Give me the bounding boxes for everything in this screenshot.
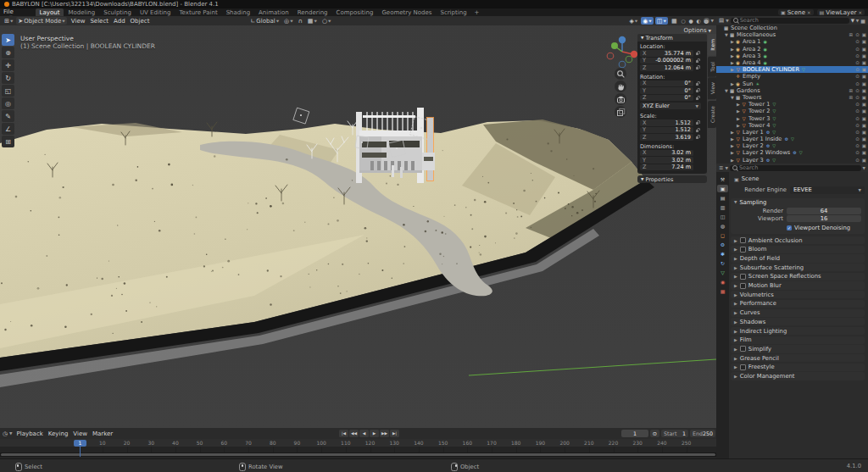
overlays-toggle[interactable]: ◉▼ [641,17,654,25]
workspace-tab-geometry-nodes[interactable]: Geometry Nodes [377,8,436,16]
add-workspace-button[interactable]: + [471,8,483,16]
workspace-tab-shading[interactable]: Shading [222,8,254,16]
transform-pan el-header[interactable]: ▼ Transform [637,34,707,42]
render-camera-icon[interactable]: ▣ [862,39,866,44]
physics-properties-tab[interactable]: ↻ [717,259,728,267]
scene-properties-tab[interactable]: ◫ [717,213,728,220]
render-camera-icon[interactable]: ▣ [862,60,866,65]
section-checkbox[interactable] [740,346,746,352]
sidebar-tab-item[interactable]: Item [708,34,716,56]
output-properties-tab[interactable]: ▤ [717,194,728,202]
outliner-item-layer-2-windows[interactable]: ▶▽Layer 2 Windows⚙▽⊙▣ [716,149,868,156]
outliner-item-layer-1[interactable]: ▶▽Layer 1⚙▽⊙▣ [716,129,868,136]
scrollbar-thumb[interactable] [1,453,715,456]
particles-properties-tab[interactable]: ✱ [717,250,728,258]
section-ambient-occlusion[interactable]: ▶Ambient Occlusion [731,236,865,244]
render-camera-icon[interactable]: ▣ [862,67,866,72]
transform-tool-button[interactable]: ◎ [2,97,14,109]
rotation-y-field[interactable]: Y0° [640,87,693,94]
render-camera-icon[interactable]: ▣ [862,32,866,37]
playhead-frame-badge[interactable]: 1 [74,440,86,447]
exclude-checkbox-icon[interactable]: ⊞ [849,88,854,93]
outliner-search-input[interactable]: Search [731,18,849,24]
sidebar-tab-create[interactable]: Create [708,101,716,128]
render-engine-dropdown[interactable]: EEVEE ▼ [790,186,865,194]
scale-z-field[interactable]: Z3.619 [640,134,693,141]
timeline-editor-icon[interactable]: ◷ [3,430,8,437]
hide-eye-icon[interactable]: ⊙ [855,143,860,148]
hide-eye-icon[interactable]: ⊙ [855,95,860,100]
hide-eye-icon[interactable]: ⊙ [855,47,860,52]
rotation-mode-dropdown[interactable]: XYZ Euler▼ [640,103,701,109]
hide-eye-icon[interactable]: ⊙ [855,150,860,155]
world-properties-tab[interactable]: ◍ [717,222,728,230]
render-camera-icon[interactable]: ▣ [862,47,866,52]
properties-filter-dropdown[interactable]: ▼ [863,166,865,170]
viewport-3d[interactable]: ⊞▼ ➤ Object Mode ▼ ViewSelectAddObject ∟… [0,16,716,428]
render-camera-icon[interactable]: ▣ [862,102,866,107]
snap-toggle[interactable]: ∩ [297,17,304,25]
viewport-menu-add[interactable]: Add [111,18,128,25]
outliner-item-gardens[interactable]: ▼▦Gardens⊞⊙▣ [716,87,868,94]
section-motion-blur[interactable]: ▶Motion Blur [731,281,865,289]
section-grease-pencil[interactable]: ▶Grease Pencil [731,354,865,362]
hide-eye-icon[interactable]: ⊙ [855,158,860,163]
location-z-field[interactable]: Z12.064 m [640,64,693,71]
lock-icon[interactable] [695,135,699,139]
scale-tool-button[interactable]: ◱ [2,85,14,97]
sidebar-tab-tool[interactable]: Tool [708,57,716,77]
zoom-button[interactable] [615,68,626,80]
workspace-tab-modeling[interactable]: Modeling [64,8,99,16]
hide-eye-icon[interactable]: ⊙ [855,74,860,79]
viewport-denoising-checkbox[interactable]: ✓ [787,225,792,230]
workspace-tab-compositing[interactable]: Compositing [332,8,378,16]
dimensions-z-field[interactable]: Z7.24 m [640,164,693,171]
render-camera-icon[interactable]: ▣ [862,123,866,128]
xray-toggle[interactable]: ◫▼ [655,17,668,25]
render-properties-tab[interactable]: ▣ [717,185,728,192]
section-checkbox[interactable] [740,274,746,280]
lock-icon[interactable] [695,81,699,86]
camera-view-button[interactable] [615,93,626,105]
viewport-menu-object[interactable]: Object [128,18,153,25]
annotate-tool-button[interactable]: ✎ [2,110,14,122]
scale-x-field[interactable]: X1.512 [640,119,693,126]
render-camera-icon[interactable]: ▣ [862,95,866,100]
outliner-item-area-2[interactable]: ▶◉Area 2◉⊙▣ [716,46,868,53]
render-camera-icon[interactable]: ▣ [862,74,866,79]
hide-eye-icon[interactable]: ⊙ [855,88,860,93]
section-shadows[interactable]: ▶Shadows [731,318,865,325]
render-samples-field[interactable]: 64 [787,208,861,214]
viewport-menu-view[interactable]: View [69,18,88,25]
hide-eye-icon[interactable]: ⊙ [855,123,860,128]
location-x-field[interactable]: X35.774 m [640,50,693,57]
perspective-toggle-button[interactable] [615,106,626,118]
playhead-line[interactable] [80,447,81,457]
workspace-tab-sculpting[interactable]: Sculpting [99,8,136,16]
workspace-tab-texture-paint[interactable]: Texture Paint [175,8,221,16]
section-bloom[interactable]: ▶Bloom [731,246,865,253]
object-data-properties-tab[interactable]: ▽ [717,269,728,276]
viewport-menu-select[interactable]: Select [87,18,111,25]
play-reverse-button[interactable]: ◀ [359,430,369,437]
properties-editor-dropdown[interactable]: ▼ [725,166,727,170]
outliner-item-tower-1[interactable]: ▶▽Tower 1▽⊙▣ [716,101,868,108]
outliner-item-area-3[interactable]: ▶◉Area 3◉⊙▣ [716,53,868,59]
properties-search-input[interactable]: Search [730,165,861,171]
lock-icon[interactable] [695,96,699,100]
viewport-samples-field[interactable]: 16 [787,215,861,222]
shading-rendered-button[interactable]: ◍ [704,18,709,24]
move-tool-button[interactable]: ✛ [2,59,14,71]
render-camera-icon[interactable]: ▣ [862,143,866,148]
hide-eye-icon[interactable]: ⊙ [855,108,860,114]
cursor-tool-button[interactable]: ⊕ [2,47,14,58]
navigation-gizmo[interactable] [604,33,641,70]
hide-eye-icon[interactable]: ⊙ [855,32,860,37]
snap-target-dropdown[interactable]: ▦▼ [306,17,319,25]
lock-icon[interactable] [695,58,699,63]
render-camera-icon[interactable]: ▣ [862,53,866,58]
render-camera-icon[interactable]: ▣ [862,108,866,114]
exclude-checkbox-icon[interactable]: ⊞ [849,95,854,100]
lock-icon[interactable] [695,51,699,55]
section-checkbox[interactable] [740,364,746,370]
